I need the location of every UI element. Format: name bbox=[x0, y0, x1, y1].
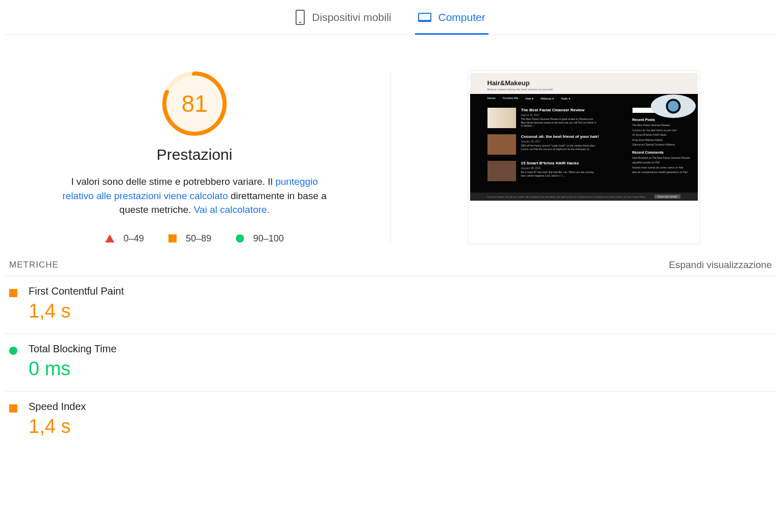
device-tabs: Dispositivi mobili Computer bbox=[4, 0, 777, 35]
metric-name: First Contentful Paint bbox=[29, 285, 124, 297]
circle-green-icon bbox=[9, 347, 17, 355]
legend-mid: 50–89 bbox=[186, 233, 211, 244]
performance-gauge: 81 bbox=[161, 70, 228, 137]
metric-row-tbt[interactable]: Total Blocking Time 0 ms bbox=[4, 333, 777, 391]
shot-title: Hair&Makeup bbox=[487, 79, 680, 87]
performance-summary: 81 Prestazioni I valori sono delle stime… bbox=[4, 70, 390, 244]
triangle-red-icon bbox=[105, 234, 114, 243]
square-orange-icon bbox=[9, 404, 17, 413]
tab-mobile[interactable]: Dispositivi mobili bbox=[292, 0, 394, 34]
gauge-score: 81 bbox=[161, 70, 228, 137]
square-orange-icon bbox=[168, 234, 177, 243]
circle-green-icon bbox=[236, 234, 244, 243]
metric-value: 1,4 s bbox=[29, 416, 86, 438]
score-legend: 0–49 50–89 90–100 bbox=[105, 233, 284, 244]
hero-image bbox=[651, 94, 696, 118]
expand-view-button[interactable]: Espandi visualizzazione bbox=[669, 259, 772, 271]
metric-row-fcp[interactable]: First Contentful Paint 1,4 s bbox=[4, 276, 777, 333]
mobile-icon bbox=[296, 10, 305, 25]
metric-row-si[interactable]: Speed Index 1,4 s bbox=[4, 391, 777, 449]
tab-computer-label: Computer bbox=[438, 11, 485, 23]
metric-name: Speed Index bbox=[29, 401, 86, 413]
legend-good: 90–100 bbox=[253, 233, 284, 244]
legend-bad: 0–49 bbox=[124, 233, 144, 244]
square-orange-icon bbox=[9, 289, 17, 297]
calculator-link[interactable]: Vai al calcolatore. bbox=[194, 204, 270, 215]
metric-name: Total Blocking Time bbox=[29, 343, 116, 355]
metric-value: 1,4 s bbox=[29, 300, 124, 322]
performance-description: I valori sono delle stime e potrebbero v… bbox=[57, 175, 332, 217]
metric-value: 0 ms bbox=[29, 358, 116, 380]
page-screenshot: Hair&Makeup Beauty means being the best … bbox=[468, 70, 700, 244]
computer-icon bbox=[418, 13, 431, 22]
metrics-heading: METRICHE bbox=[9, 260, 59, 270]
performance-title: Prestazioni bbox=[157, 146, 232, 163]
tab-computer[interactable]: Computer bbox=[415, 0, 489, 34]
tab-mobile-label: Dispositivi mobili bbox=[312, 11, 391, 23]
shot-subtitle: Beauty means being the best version of y… bbox=[487, 88, 559, 91]
